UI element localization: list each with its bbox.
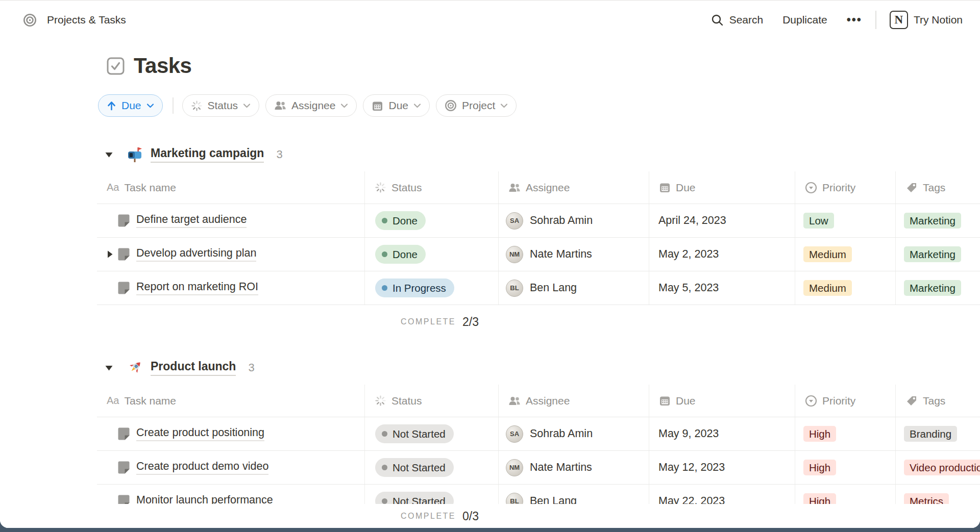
- chevron-down-icon: [146, 103, 154, 108]
- priority-cell[interactable]: Medium: [795, 238, 896, 271]
- filter-due-label: Due: [388, 99, 408, 112]
- filter-assignee-pill[interactable]: Assignee: [265, 94, 357, 117]
- view-toolbar: Due Status: [98, 94, 980, 117]
- tag-icon: [905, 182, 918, 194]
- page-title[interactable]: Tasks: [134, 53, 191, 79]
- task-name-cell[interactable]: Report on marketing ROI: [97, 271, 365, 305]
- tags-cell[interactable]: Branding: [896, 417, 980, 450]
- column-header-assignee[interactable]: Assignee: [499, 171, 649, 204]
- filter-project-pill[interactable]: Project: [436, 94, 517, 117]
- task-name-cell[interactable]: Create product demo video: [97, 451, 365, 484]
- assignee-cell[interactable]: NM Nate Martins: [499, 238, 649, 271]
- task-name-cell[interactable]: Develop advertising plan: [97, 238, 365, 271]
- complete-calc-row[interactable]: COMPLETE 2/3: [97, 305, 980, 339]
- top-bar: Projects & Tasks Search Duplicate •••: [0, 1, 980, 39]
- assignee-cell[interactable]: SA Sohrab Amin: [499, 204, 649, 237]
- assignee-cell[interactable]: NM Nate Martins: [499, 451, 649, 484]
- priority-cell[interactable]: High: [795, 417, 896, 450]
- search-button[interactable]: Search: [711, 14, 764, 27]
- page-icon: [116, 426, 131, 441]
- row-expand-toggle-icon[interactable]: [103, 250, 116, 259]
- status-cell[interactable]: Not Started: [365, 417, 499, 450]
- tags-cell[interactable]: Marketing: [896, 204, 980, 237]
- group-product-launch: Product launch 3 Aa Task name: [0, 359, 980, 518]
- priority-cell[interactable]: High: [795, 451, 896, 484]
- group-marketing-campaign: Marketing campaign 3 Aa Task name: [0, 145, 980, 339]
- task-title: Develop advertising plan: [136, 247, 256, 262]
- status-cell[interactable]: In Progress: [365, 271, 499, 305]
- text-aa-icon: Aa: [107, 395, 119, 407]
- filter-status-pill[interactable]: Status: [182, 94, 260, 117]
- column-header-priority[interactable]: Priority: [795, 385, 896, 417]
- breadcrumb[interactable]: Projects & Tasks: [23, 13, 126, 27]
- table-row: Develop advertising plan Done NM Nate Ma…: [97, 238, 980, 271]
- group-title[interactable]: Product launch: [151, 360, 236, 376]
- task-name-cell[interactable]: Create product positioning: [97, 417, 365, 450]
- priority-tag: High: [803, 460, 836, 475]
- column-header-due[interactable]: Due: [649, 385, 795, 417]
- status-cell[interactable]: Done: [365, 204, 499, 237]
- text-aa-icon: Aa: [107, 182, 119, 193]
- due-date-cell[interactable]: May 5, 2023: [649, 271, 795, 305]
- due-date-cell[interactable]: May 2, 2023: [649, 238, 795, 271]
- status-dot-icon: [382, 431, 387, 437]
- complete-calc-row[interactable]: COMPLETE 0/3: [0, 504, 980, 528]
- status-label: Not Started: [393, 428, 446, 440]
- column-header-priority[interactable]: Priority: [795, 171, 896, 204]
- column-header-tags[interactable]: Tags: [896, 171, 980, 204]
- due-date-cell[interactable]: April 24, 2023: [649, 204, 795, 237]
- status-cell[interactable]: Not Started: [365, 451, 499, 484]
- priority-select-icon: [805, 395, 817, 407]
- priority-select-icon: [805, 182, 817, 194]
- column-header-due[interactable]: Due: [649, 171, 795, 204]
- duplicate-button[interactable]: Duplicate: [782, 14, 827, 26]
- try-notion-button[interactable]: N Try Notion: [890, 11, 963, 29]
- priority-tag: High: [803, 426, 836, 442]
- tags-cell[interactable]: Marketing: [896, 238, 980, 271]
- more-options-button[interactable]: •••: [847, 13, 862, 27]
- chevron-down-icon: [500, 103, 508, 108]
- filter-assignee-label: Assignee: [291, 99, 335, 112]
- task-name-cell[interactable]: Define target audience: [97, 204, 365, 237]
- group-title[interactable]: Marketing campaign: [151, 146, 264, 163]
- column-label: Due: [676, 182, 696, 194]
- due-date-cell[interactable]: May 12, 2023: [649, 451, 795, 484]
- filter-due-pill[interactable]: Due: [363, 94, 430, 117]
- breadcrumb-label: Projects & Tasks: [47, 14, 126, 26]
- column-label: Tags: [923, 395, 945, 407]
- tags-cell[interactable]: Video production: [896, 451, 980, 484]
- group-collapse-toggle-icon[interactable]: [105, 365, 115, 371]
- priority-tag: Medium: [803, 280, 852, 296]
- group-collapse-toggle-icon[interactable]: [105, 151, 115, 158]
- priority-cell[interactable]: Medium: [795, 271, 896, 305]
- status-badge: Done: [375, 245, 426, 264]
- status-spinner-icon: [191, 100, 203, 112]
- column-header-assignee[interactable]: Assignee: [499, 385, 649, 417]
- due-date-cell[interactable]: May 9, 2023: [649, 417, 795, 450]
- status-cell[interactable]: Done: [365, 238, 499, 271]
- assignee-cell[interactable]: SA Sohrab Amin: [499, 417, 649, 450]
- column-header-task-name[interactable]: Aa Task name: [97, 171, 365, 204]
- assignee-name: Nate Martins: [530, 248, 592, 261]
- assignee-name: Nate Martins: [530, 461, 592, 474]
- page-icon: [116, 460, 131, 475]
- column-label: Priority: [822, 395, 855, 407]
- status-label: Done: [393, 248, 418, 261]
- complete-label: COMPLETE: [401, 512, 456, 521]
- assignee-cell[interactable]: BL Ben Lang: [499, 271, 649, 305]
- checkbox-page-icon[interactable]: [106, 57, 125, 75]
- rocket-emoji: [126, 359, 143, 376]
- task-title: Create product demo video: [136, 460, 268, 475]
- table-row: Create product positioning Not Started S…: [97, 417, 980, 451]
- tags-cell[interactable]: Marketing: [896, 271, 980, 305]
- table-row: Define target audience Done SA Sohrab Am…: [97, 204, 980, 238]
- search-label: Search: [729, 14, 764, 26]
- column-header-status[interactable]: Status: [365, 385, 499, 417]
- sort-due-pill[interactable]: Due: [98, 94, 163, 117]
- calendar-icon: [659, 182, 671, 193]
- column-header-task-name[interactable]: Aa Task name: [97, 385, 365, 417]
- column-header-tags[interactable]: Tags: [896, 385, 980, 417]
- filter-status-label: Status: [208, 99, 238, 112]
- column-header-status[interactable]: Status: [365, 171, 499, 204]
- priority-cell[interactable]: Low: [795, 204, 896, 237]
